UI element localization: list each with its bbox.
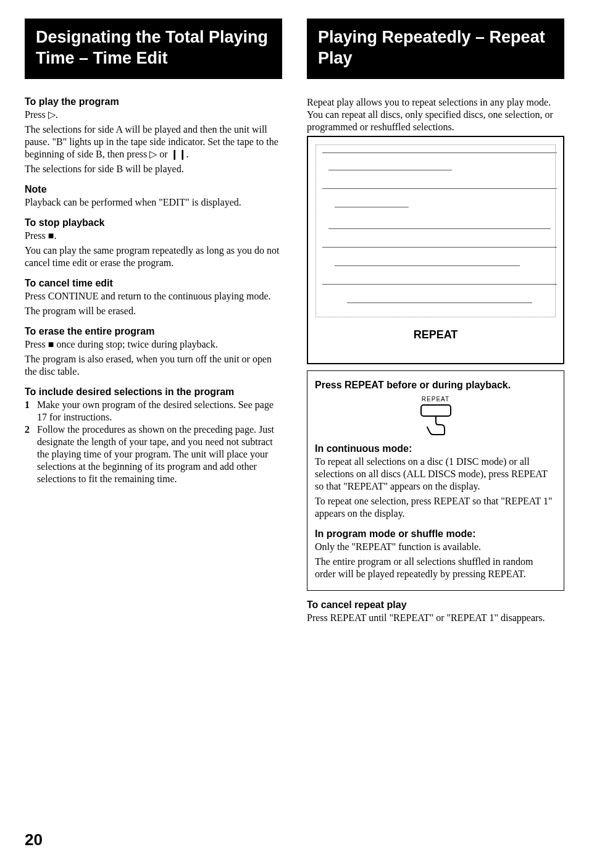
list-text-1: Make your own program of the desired sel… (37, 399, 282, 424)
device-panel (315, 144, 556, 317)
play-program-line1: Press ▷. (25, 109, 282, 121)
two-column-layout: Designating the Total Playing Time – Tim… (25, 19, 564, 627)
body-cancel-repeat: Press REPEAT until "REPEAT" or "REPEAT 1… (307, 612, 564, 624)
body-program-shuffle-mode: Only the "REPEAT" function is available.… (315, 541, 556, 580)
heading-cancel-time-edit: To cancel time edit (25, 278, 282, 289)
panel-detail (328, 170, 452, 170)
button-caption: REPEAT (422, 396, 449, 403)
body-note: Playback can be performed when "EDIT" is… (25, 196, 282, 209)
program-line2: The entire program or all selections shu… (315, 556, 556, 580)
manual-page: Designating the Total Playing Time – Tim… (0, 0, 589, 868)
panel-detail (328, 228, 551, 229)
list-number-1: 1 (25, 399, 33, 424)
play-program-line2: The selections for side A will be played… (25, 123, 282, 161)
panel-detail (322, 284, 557, 285)
body-continuous-mode: To repeat all selections on a disc (1 DI… (315, 456, 556, 520)
list-item: 1 Make your own program of the desired s… (25, 399, 282, 424)
panel-detail (322, 247, 557, 248)
body-play-program: Press ▷. The selections for side A will … (25, 109, 282, 175)
cancel-edit-line1: Press CONTINUE and return to the continu… (25, 290, 282, 303)
right-intro: Repeat play allows you to repeat selecti… (307, 96, 564, 133)
stop-line2: You can play the same program repeatedly… (25, 244, 282, 269)
press-repeat-heading: Press REPEAT before or during playback. (315, 380, 556, 391)
right-column: Playing Repeatedly – Repeat Play Repeat … (307, 19, 564, 627)
erase-line1: Press ■ once during stop; twice during p… (25, 338, 282, 351)
right-banner: Playing Repeatedly – Repeat Play (307, 19, 564, 79)
device-repeat-label: REPEAT (315, 328, 556, 341)
instruction-box: Press REPEAT before or during playback. … (307, 370, 564, 591)
svg-rect-0 (421, 405, 451, 416)
body-cancel-time-edit: Press CONTINUE and return to the continu… (25, 290, 282, 317)
panel-detail (347, 303, 532, 303)
play-program-line3: The selections for side B will be played… (25, 163, 282, 175)
program-line1: Only the "REPEAT" function is available. (315, 541, 556, 553)
heading-program-shuffle-mode: In program mode or shuffle mode: (315, 528, 556, 540)
panel-detail (335, 207, 409, 207)
list-item: 2 Follow the procedures as shown on the … (25, 424, 282, 485)
heading-cancel-repeat: To cancel repeat play (307, 599, 564, 611)
heading-continuous-mode: In continuous mode: (315, 443, 556, 454)
left-banner-title: Designating the Total Playing Time – Tim… (36, 27, 272, 69)
cancel-edit-line2: The program will be erased. (25, 305, 282, 317)
page-number: 20 (25, 830, 43, 849)
continuous-line2: To repeat one selection, press REPEAT so… (315, 495, 556, 520)
body-include-selections: 1 Make your own program of the desired s… (25, 399, 282, 485)
list-number-2: 2 (25, 424, 33, 485)
press-button-icon (417, 404, 454, 436)
heading-erase-program: To erase the entire program (25, 326, 282, 337)
heading-play-program: To play the program (25, 96, 282, 107)
list-text-2: Follow the procedures as shown on the pr… (37, 424, 282, 485)
left-banner: Designating the Total Playing Time – Tim… (25, 19, 282, 79)
repeat-button-diagram: REPEAT (315, 396, 556, 436)
panel-detail (335, 265, 520, 266)
right-banner-title: Playing Repeatedly – Repeat Play (318, 27, 554, 69)
right-intro-text: Repeat play allows you to repeat selecti… (307, 96, 564, 133)
heading-stop-playback: To stop playback (25, 217, 282, 228)
stop-line1: Press ■. (25, 230, 282, 242)
cancel-repeat-line: Press REPEAT until "REPEAT" or "REPEAT 1… (307, 612, 564, 624)
heading-include-selections: To include desired selections in the pro… (25, 386, 282, 398)
body-erase-program: Press ■ once during stop; twice during p… (25, 338, 282, 378)
left-column: Designating the Total Playing Time – Tim… (25, 19, 282, 627)
heading-note: Note (25, 184, 282, 195)
continuous-line1: To repeat all selections on a disc (1 DI… (315, 456, 556, 493)
panel-detail (322, 152, 557, 153)
note-line: Playback can be performed when "EDIT" is… (25, 196, 282, 209)
panel-detail (322, 188, 557, 189)
body-stop-playback: Press ■. You can play the same program r… (25, 230, 282, 269)
device-illustration: REPEAT (307, 136, 564, 364)
erase-line2: The program is also erased, when you tur… (25, 353, 282, 378)
